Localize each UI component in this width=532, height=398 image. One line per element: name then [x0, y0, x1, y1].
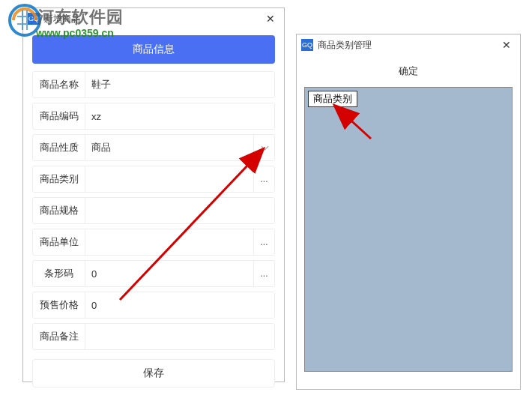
- form-content: 商品信息 商品名称 商品编码 商品性质 商品 商品类别 ... 商品规格 商品单…: [23, 29, 284, 394]
- category-tree-panel: 商品类别: [304, 87, 513, 372]
- new-product-window: GQ 新增商品 ✕ 商品信息 商品名称 商品编码 商品性质 商品 商品类别 ..…: [22, 7, 285, 382]
- label-product-nature: 商品性质: [33, 135, 85, 160]
- input-product-unit[interactable]: [85, 229, 253, 255]
- input-remark[interactable]: [85, 324, 274, 349]
- browse-unit-button[interactable]: ...: [253, 229, 274, 255]
- input-barcode[interactable]: [85, 261, 253, 286]
- input-price[interactable]: [85, 292, 274, 318]
- label-price: 预售价格: [33, 292, 85, 318]
- label-product-name: 商品名称: [33, 72, 85, 97]
- input-product-code[interactable]: [85, 103, 274, 129]
- field-product-category: 商品类别 ...: [32, 166, 275, 193]
- field-price: 预售价格: [32, 292, 275, 319]
- label-product-spec: 商品规格: [33, 198, 85, 223]
- category-root-node[interactable]: 商品类别: [308, 91, 357, 107]
- app-icon: GQ: [301, 39, 313, 51]
- input-product-spec[interactable]: [85, 198, 274, 223]
- field-product-code: 商品编码: [32, 103, 275, 130]
- field-product-nature: 商品性质 商品: [32, 134, 275, 161]
- category-manage-window: GQ 商品类别管理 ✕ 确定 商品类别: [296, 34, 521, 390]
- close-icon[interactable]: ✕: [498, 36, 516, 54]
- label-product-category: 商品类别: [33, 166, 85, 192]
- input-product-name[interactable]: [85, 72, 274, 97]
- close-icon[interactable]: ✕: [262, 10, 279, 28]
- label-product-code: 商品编码: [33, 103, 85, 129]
- confirm-button[interactable]: 确定: [304, 55, 513, 87]
- window-title: 商品类别管理: [318, 39, 498, 52]
- field-product-spec: 商品规格: [32, 197, 275, 224]
- window-title: 新增商品: [44, 13, 262, 25]
- category-content: 确定 商品类别: [297, 55, 520, 379]
- browse-category-button[interactable]: ...: [253, 166, 274, 192]
- field-barcode: 条形码 ...: [32, 260, 275, 287]
- field-product-unit: 商品单位 ...: [32, 229, 275, 256]
- label-remark: 商品备注: [33, 324, 85, 349]
- tab-product-info[interactable]: 商品信息: [32, 35, 275, 64]
- app-icon: GQ: [28, 13, 40, 25]
- field-remark: 商品备注: [32, 323, 275, 350]
- save-button[interactable]: 保存: [32, 359, 275, 388]
- titlebar: GQ 商品类别管理 ✕: [297, 34, 520, 55]
- label-product-unit: 商品单位: [33, 229, 85, 255]
- browse-barcode-button[interactable]: ...: [253, 261, 274, 286]
- titlebar: GQ 新增商品 ✕: [23, 8, 284, 29]
- field-product-name: 商品名称: [32, 71, 275, 98]
- chevron-down-icon[interactable]: [253, 135, 274, 160]
- select-product-nature[interactable]: 商品: [85, 135, 253, 160]
- label-barcode: 条形码: [33, 261, 85, 286]
- input-product-category[interactable]: [85, 166, 253, 192]
